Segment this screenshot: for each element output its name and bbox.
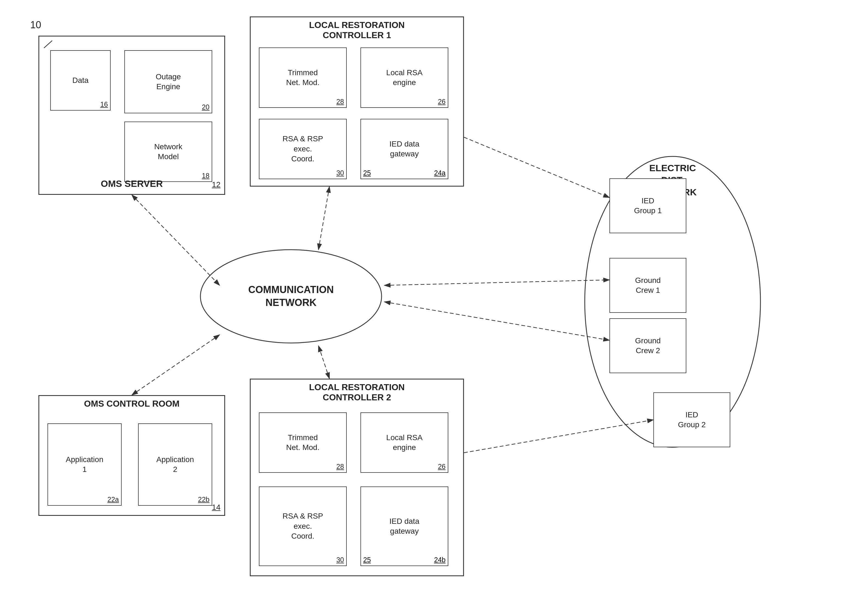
data-label: Data [72, 75, 88, 85]
lrc1-rsa-engine-label: Local RSAengine [386, 68, 422, 88]
data-box: Data 16 [50, 50, 111, 111]
lrc2-trimmed-ref: 28 [336, 463, 344, 471]
lrc1-box: LOCAL RESTORATIONCONTROLLER 1 TrimmedNet… [250, 16, 464, 186]
ground-crew2-label: GroundCrew 2 [635, 336, 660, 356]
lrc2-ied-gw-ref24b: 24b [434, 556, 445, 564]
outage-engine-ref: 20 [202, 103, 209, 111]
svg-line-6 [319, 186, 329, 250]
lrc1-trimmed-box: TrimmedNet. Mod. 28 [259, 47, 347, 108]
svg-line-11 [384, 302, 610, 340]
app2-label: Application2 [156, 455, 194, 475]
oms-server-box: Data 16 OutageEngine 20 NetworkModel 18 … [38, 36, 225, 195]
lrc1-rsa-engine-box: Local RSAengine 26 [360, 47, 448, 108]
lrc2-label: LOCAL RESTORATIONCONTROLLER 2 [251, 382, 463, 403]
lrc2-ied-gw-ref25: 25 [363, 556, 371, 564]
lrc1-ied-gw-box: IED datagateway 25 24a [360, 119, 448, 179]
lrc2-trimmed-box: TrimmedNet. Mod. 28 [259, 412, 347, 473]
oms-server-label: OMS SERVER [39, 178, 224, 189]
lrc1-rsa-rsp-ref: 30 [336, 169, 344, 177]
oms-control-label: OMS CONTROL ROOM [39, 399, 224, 409]
lrc1-trimmed-ref: 28 [336, 98, 344, 106]
ied-group1-label: IEDGroup 1 [634, 196, 661, 216]
lrc2-rsa-engine-box: Local RSAengine 26 [360, 412, 448, 473]
outage-engine-box: OutageEngine 20 [124, 50, 212, 113]
lrc2-ied-gw-box: IED datagateway 25 24b [360, 487, 448, 566]
lrc2-rsa-rsp-ref: 30 [336, 556, 344, 564]
lrc1-rsa-engine-ref: 26 [438, 98, 445, 106]
svg-line-10 [384, 280, 610, 285]
lrc1-trimmed-label: TrimmedNet. Mod. [286, 68, 319, 88]
ied-group1-box: IEDGroup 1 [610, 178, 686, 233]
ground-crew2-box: GroundCrew 2 [610, 318, 686, 373]
lrc2-rsa-rsp-box: RSA & RSPexec.Coord. 30 [259, 487, 347, 566]
lrc1-rsa-rsp-label: RSA & RSPexec.Coord. [282, 134, 323, 164]
oms-control-ref: 14 [212, 503, 220, 512]
oms-server-ref: 12 [212, 180, 220, 189]
ground-crew1-label: GroundCrew 1 [635, 276, 660, 296]
app2-ref: 22b [198, 496, 209, 503]
lrc1-ied-gw-ref24a: 24a [434, 169, 445, 177]
oms-control-box: OMS CONTROL ROOM Application1 22a Applic… [38, 395, 225, 516]
comm-network-label: COMMUNICATIONNETWORK [248, 283, 334, 309]
data-ref: 16 [100, 100, 108, 109]
app2-box: Application2 22b [138, 423, 212, 506]
lrc2-ied-gw-label: IED datagateway [389, 516, 419, 537]
network-model-label: NetworkModel [154, 142, 182, 162]
ied-group2-label: IEDGroup 2 [678, 410, 705, 430]
diagram: 10 Data 16 OutageEngine 20 NetworkModel … [0, 0, 845, 616]
lrc1-rsa-rsp-box: RSA & RSPexec.Coord. 30 [259, 119, 347, 179]
app1-box: Application1 22a [47, 423, 122, 506]
comm-network-ellipse: COMMUNICATIONNETWORK [198, 247, 384, 346]
lrc2-rsa-engine-ref: 26 [438, 463, 445, 471]
lrc2-box: LOCAL RESTORATIONCONTROLLER 2 TrimmedNet… [250, 378, 464, 576]
outage-engine-label: OutageEngine [156, 72, 181, 92]
ground-crew1-box: GroundCrew 1 [610, 258, 686, 313]
ied-group2-box: IEDGroup 2 [653, 392, 730, 447]
app1-ref: 22a [107, 496, 119, 503]
svg-line-8 [319, 346, 329, 378]
network-model-box: NetworkModel 18 [124, 122, 212, 182]
lrc1-label: LOCAL RESTORATIONCONTROLLER 1 [251, 20, 463, 40]
app1-label: Application1 [66, 455, 103, 475]
lrc2-trimmed-label: TrimmedNet. Mod. [286, 433, 319, 453]
lrc2-rsa-rsp-label: RSA & RSPexec.Coord. [282, 511, 323, 541]
lrc1-ied-gw-label: IED datagateway [389, 139, 419, 159]
lrc2-rsa-engine-label: Local RSAengine [386, 433, 422, 453]
ref-10: 10 [30, 19, 41, 31]
lrc1-ied-gw-ref25: 25 [363, 169, 371, 177]
